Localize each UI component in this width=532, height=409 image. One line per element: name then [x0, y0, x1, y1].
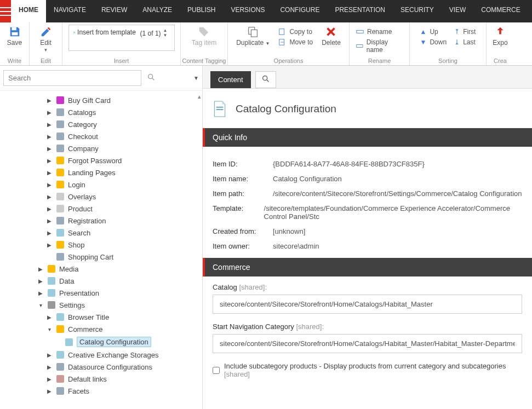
svg-rect-6	[251, 30, 257, 37]
box-icon	[56, 192, 65, 201]
tab-navigate[interactable]: NAVIGATE	[46, 0, 94, 22]
save-button[interactable]: Save	[4, 25, 25, 48]
tab-security[interactable]: SECURITY	[393, 0, 442, 22]
cart-icon	[56, 252, 65, 261]
tree-item-creative-exchange-storages[interactable]: ▶Creative Exchange Storages	[0, 349, 201, 361]
tree-label: Login	[68, 181, 85, 189]
tab-review[interactable]: REVIEW	[94, 0, 135, 22]
expand-arrow[interactable]: ▶	[46, 230, 53, 236]
expand-arrow[interactable]: ▶	[46, 242, 53, 248]
svg-rect-12	[56, 96, 64, 104]
tree-item-shopping-cart[interactable]: Shopping Cart	[0, 251, 201, 263]
tab-analyze[interactable]: ANALYZE	[135, 0, 180, 22]
expand-arrow[interactable]: ▶	[37, 266, 44, 272]
expand-arrow[interactable]: ▶	[46, 388, 53, 394]
expand-arrow[interactable]: ▶	[46, 194, 53, 200]
tab-content[interactable]: Content	[210, 71, 251, 88]
copy-to-button[interactable]: Copy to	[276, 27, 315, 37]
section-commerce[interactable]: Commerce	[203, 258, 532, 276]
search-input[interactable]	[3, 70, 141, 86]
tab-view[interactable]: VIEW	[442, 0, 474, 22]
expand-arrow[interactable]: ▶	[46, 134, 53, 140]
catalog-field[interactable]	[213, 295, 522, 314]
tree-item-overlays[interactable]: ▶Overlays	[0, 191, 201, 203]
tree-item-commerce[interactable]: ▾Commerce	[0, 323, 201, 335]
tab-configure[interactable]: CONFIGURE	[272, 0, 327, 22]
tree-item-settings[interactable]: ▾Settings	[0, 299, 201, 311]
expand-arrow[interactable]: ▶	[46, 314, 53, 320]
tree-item-catalogs[interactable]: ▶Catalogs	[0, 106, 201, 118]
tree-item-landing-pages[interactable]: ▶Landing Pages	[0, 166, 201, 178]
svg-rect-38	[216, 107, 224, 108]
sort-last[interactable]: ⤓Last	[452, 37, 478, 47]
search-dropdown[interactable]: ▼	[193, 75, 199, 81]
rename-button[interactable]: Rename	[354, 27, 394, 37]
expand-arrow[interactable]: ▶	[46, 146, 53, 152]
duplicate-button[interactable]: Duplicate ▼	[233, 25, 273, 48]
tree-item-product[interactable]: ▶Product	[0, 203, 201, 215]
sort-up[interactable]: ▲Up	[418, 27, 449, 37]
sort-first[interactable]: ⤒First	[452, 27, 478, 37]
expand-arrow[interactable]: ▶	[46, 206, 53, 212]
tree-label: Shopping Cart	[68, 253, 113, 261]
export-button[interactable]: Expo	[489, 25, 511, 48]
edit-button[interactable]: Edit ▼	[37, 25, 55, 54]
expand-arrow[interactable]: ▶	[46, 110, 53, 116]
insert-template[interactable]: ▫ Insert from template (1 of 1) ▲▼	[68, 25, 175, 51]
tab-publish[interactable]: PUBLISH	[180, 0, 223, 22]
search-icon[interactable]	[145, 71, 158, 85]
expand-arrow[interactable]: ▶	[46, 170, 53, 176]
expand-arrow[interactable]: ▶	[46, 218, 53, 224]
tree-item-buy-gift-card[interactable]: ▶Buy Gift Card	[0, 94, 201, 106]
expand-arrow[interactable]: ▶	[37, 290, 44, 296]
tree-item-media[interactable]: ▶Media	[0, 263, 201, 275]
cart-icon	[56, 132, 65, 141]
tree-item-facets[interactable]: ▶Facets	[0, 385, 201, 397]
expand-arrow[interactable]: ▶	[46, 97, 53, 103]
tree-item-shop[interactable]: ▶Shop	[0, 239, 201, 251]
tree-item-default-links[interactable]: ▶Default links	[0, 373, 201, 385]
menu-launcher[interactable]	[0, 0, 11, 22]
save-label: Save	[7, 39, 22, 47]
tree-item-browser-title[interactable]: ▶Browser Title	[0, 311, 201, 323]
tab-home[interactable]: HOME	[11, 0, 46, 22]
group-rename: Rename	[350, 57, 409, 64]
tag-item-button[interactable]: Tag item	[188, 25, 220, 48]
expand-arrow[interactable]: ▶	[46, 158, 53, 164]
tree-item-forgot-password[interactable]: ▶Forgot Password	[0, 154, 201, 166]
expand-arrow[interactable]: ▶	[46, 122, 53, 128]
include-subcategory-checkbox[interactable]	[213, 367, 220, 374]
expand-arrow[interactable]: ▶	[46, 364, 53, 370]
tree-scroll-up[interactable]: ▴	[198, 93, 201, 100]
tab-presentation[interactable]: PRESENTATION	[327, 0, 393, 22]
tab-versions[interactable]: VERSIONS	[223, 0, 272, 22]
tab-commerce[interactable]: COMMERCE	[473, 0, 528, 22]
expand-arrow[interactable]: ▶	[46, 352, 53, 358]
expand-arrow[interactable]: ▾	[37, 302, 44, 308]
tree-item-login[interactable]: ▶Login	[0, 178, 201, 191]
tree-label: Data	[59, 277, 74, 285]
tree-item-catalog-configuration[interactable]: Catalog Configuration	[0, 335, 201, 349]
group-insert: Insert	[62, 57, 180, 64]
tree-item-datasource-configurations[interactable]: ▶Datasource Configurations	[0, 361, 201, 373]
tree-item-data[interactable]: ▶Data	[0, 275, 201, 287]
tab-search[interactable]	[255, 71, 276, 88]
expand-arrow[interactable]: ▶	[46, 376, 53, 382]
startnav-field[interactable]	[213, 334, 522, 353]
delete-button[interactable]: Delete	[318, 25, 344, 48]
expand-arrow[interactable]: ▶	[46, 182, 53, 188]
svg-rect-26	[48, 265, 55, 273]
tree-item-presentation[interactable]: ▶Presentation	[0, 287, 201, 299]
tree-item-checkout[interactable]: ▶Checkout	[0, 130, 201, 142]
tree-item-search[interactable]: ▶Search	[0, 227, 201, 239]
display-name-button[interactable]: Display name	[354, 37, 405, 55]
expand-arrow[interactable]: ▾	[46, 326, 53, 332]
expand-arrow[interactable]: ▶	[37, 278, 44, 284]
tree-item-company[interactable]: ▶Company	[0, 142, 201, 154]
tab-my-toolbar[interactable]: MY TOOLBAR	[528, 0, 532, 22]
tree-item-category[interactable]: ▶Category	[0, 118, 201, 130]
section-quickinfo[interactable]: Quick Info	[203, 128, 532, 147]
tree-item-registration[interactable]: ▶Registration	[0, 215, 201, 227]
sort-down[interactable]: ▼Down	[418, 37, 449, 47]
move-to-button[interactable]: Move to	[276, 37, 315, 47]
